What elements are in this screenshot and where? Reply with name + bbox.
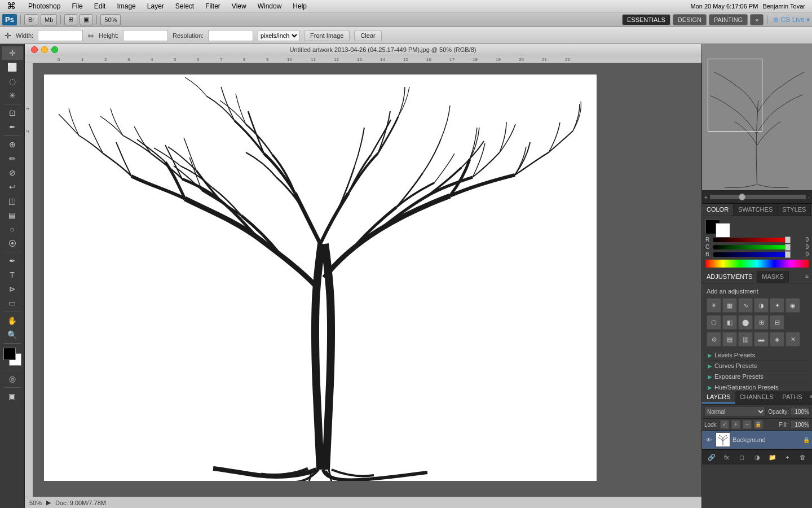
color-balance-icon[interactable]: ⬡ [707, 315, 721, 330]
blur-tool[interactable]: ○ [2, 222, 23, 236]
selection-tool[interactable]: ⬜ [2, 60, 23, 74]
workspace-design[interactable]: DESIGN [673, 14, 707, 25]
main-canvas[interactable] [44, 75, 597, 481]
brightness-contrast-icon[interactable]: ☀ [707, 298, 721, 313]
workspace-essentials[interactable]: ESSENTIALS [622, 14, 670, 25]
panel-zoom-in[interactable]: + [704, 192, 708, 202]
delete-layer-icon[interactable]: 🗑 [797, 452, 809, 463]
height-input[interactable] [123, 30, 168, 41]
clear-btn[interactable]: Clear [354, 30, 381, 41]
units-select[interactable]: pixels/inch pixels/cm [258, 30, 299, 41]
tab-adjustments[interactable]: ADJUSTMENTS [702, 271, 757, 283]
magic-wand-tool[interactable]: ✳ [2, 89, 23, 102]
layer-visibility-eye[interactable]: 👁 [704, 435, 713, 444]
hand-tool[interactable]: ✋ [2, 314, 23, 327]
background-color-swatch[interactable] [716, 223, 730, 238]
tab-layers[interactable]: LAYERS [702, 391, 735, 404]
maximize-btn[interactable] [51, 46, 58, 53]
history-brush[interactable]: ↩ [2, 180, 23, 194]
menu-edit[interactable]: Edit [89, 0, 112, 12]
quick-mask-tool[interactable]: ◎ [2, 372, 23, 386]
lock-transform-icon[interactable]: ↔ [743, 420, 752, 429]
zoom-tool[interactable]: 🔍 [2, 328, 23, 341]
color-lookup-icon[interactable]: ⊟ [770, 315, 784, 330]
workspace-painting[interactable]: PAINTING [709, 14, 748, 25]
green-slider[interactable] [713, 245, 791, 249]
blue-slider[interactable] [713, 252, 791, 257]
cs-live-btn[interactable]: ⊕ CS Live ▾ [773, 16, 810, 24]
menu-file[interactable]: File [66, 0, 88, 12]
pen-tool[interactable]: ✒ [2, 254, 23, 268]
curves-icon[interactable]: ∿ [738, 298, 753, 313]
preset-exposure[interactable]: ▶ Exposure Presets [704, 371, 810, 382]
posterize-icon[interactable]: ▤ [722, 332, 737, 347]
opacity-input[interactable] [790, 407, 810, 416]
levels-icon[interactable]: ▦ [722, 298, 737, 313]
eraser-tool[interactable]: ◫ [2, 194, 23, 208]
zoom-slider-track[interactable] [710, 195, 806, 199]
threshold-icon[interactable]: ▥ [738, 332, 753, 347]
hue-sat-icon[interactable]: ◉ [785, 298, 800, 313]
vibrance-icon[interactable]: ✦ [770, 298, 784, 313]
close-btn[interactable] [31, 46, 38, 53]
adj-panel-menu[interactable]: ≡ [802, 271, 812, 283]
tab-channels[interactable]: CHANNELS [735, 391, 778, 404]
eyedropper-tool[interactable]: ✒ [2, 120, 23, 134]
apple-menu[interactable]: ⌘ [0, 1, 23, 11]
exposure-icon[interactable]: ◑ [754, 298, 769, 313]
resolution-input[interactable] [208, 30, 253, 41]
photo-filter-icon[interactable]: ⬤ [738, 315, 753, 330]
fill-input[interactable] [790, 420, 810, 429]
menu-help[interactable]: Help [287, 0, 312, 12]
adjustment-layer-icon[interactable]: ◑ [752, 452, 763, 463]
move-tool-icon[interactable]: ✛ [5, 31, 11, 40]
brush-tool[interactable]: ✏ [2, 152, 23, 165]
layers-panel-menu[interactable]: ≡ [807, 391, 812, 404]
pattern-icon[interactable]: ✕ [785, 332, 800, 347]
menu-image[interactable]: Image [111, 0, 141, 12]
invert-icon[interactable]: ⊘ [707, 332, 721, 347]
zoom-slider-thumb[interactable] [739, 194, 745, 200]
link-layers-icon[interactable]: 🔗 [706, 452, 717, 463]
panel-zoom-out[interactable]: - [808, 192, 810, 202]
layer-style-icon[interactable]: fx [721, 452, 732, 463]
menu-layer[interactable]: Layer [142, 0, 170, 12]
tab-styles[interactable]: STYLES [778, 204, 811, 216]
red-slider-thumb[interactable] [785, 237, 791, 243]
bridge-btn[interactable]: Br [24, 14, 38, 25]
new-layer-icon[interactable]: + [782, 452, 793, 463]
arrange-btn2[interactable]: ▣ [80, 14, 93, 25]
channel-mixer-icon[interactable]: ⊞ [754, 315, 769, 330]
green-slider-thumb[interactable] [785, 244, 791, 251]
healing-tool[interactable]: ⊕ [2, 138, 23, 151]
minimize-btn[interactable] [41, 46, 48, 53]
crop-tool[interactable]: ⊡ [2, 106, 23, 120]
workspace-more[interactable]: » [750, 14, 764, 25]
blend-mode-select[interactable]: Normal Multiply Screen Overlay [704, 406, 766, 417]
width-input[interactable] [38, 30, 83, 41]
tab-paths[interactable]: PATHS [778, 391, 807, 404]
type-tool[interactable]: T [2, 268, 23, 282]
status-arrow[interactable]: ▶ [46, 499, 51, 506]
clone-tool[interactable]: ⊘ [2, 166, 23, 179]
mini-bridge-btn[interactable]: Mb [41, 14, 57, 25]
gradient-tool[interactable]: ▤ [2, 208, 23, 222]
layer-item-background[interactable]: 👁 Background 🔒 [702, 431, 812, 449]
gradient-map-icon[interactable]: ▬ [754, 332, 769, 347]
fg-color-swatch[interactable] [3, 348, 16, 360]
lock-position-icon[interactable]: + [731, 420, 740, 429]
red-slider[interactable] [713, 238, 791, 242]
preset-curves[interactable]: ▶ Curves Presets [704, 361, 810, 371]
layer-group-icon[interactable]: 📁 [767, 452, 778, 463]
menu-window[interactable]: Window [252, 0, 288, 12]
canvas-wrapper[interactable] [33, 63, 701, 508]
color-spectrum[interactable] [705, 260, 809, 268]
tab-masks[interactable]: MASKS [757, 271, 789, 283]
shape-tool[interactable]: ▭ [2, 296, 23, 310]
move-tool[interactable]: ✛ [2, 46, 23, 60]
screen-mode-btn[interactable]: ▣ [2, 389, 23, 403]
zoom-btn[interactable]: 50% [100, 14, 121, 25]
path-select-tool[interactable]: ⊳ [2, 282, 23, 296]
menu-select[interactable]: Select [170, 0, 200, 12]
tab-swatches[interactable]: SWATCHES [734, 204, 778, 216]
